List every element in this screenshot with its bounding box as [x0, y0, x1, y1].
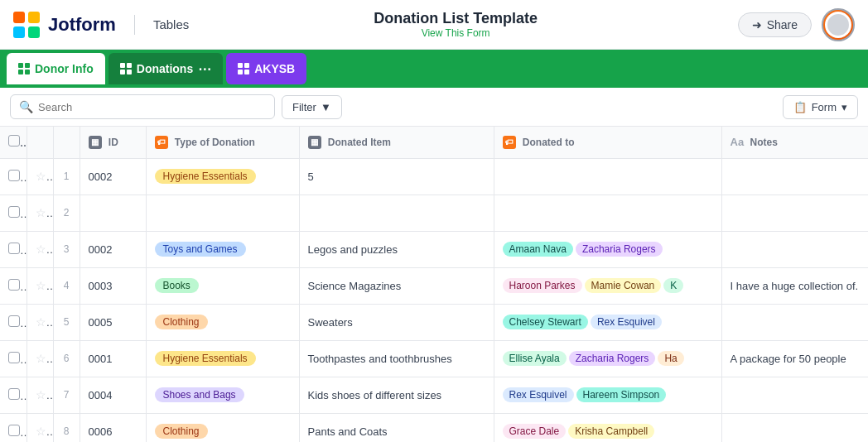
row-checkbox[interactable]: [8, 243, 20, 254]
tab-donations-label: Donations: [137, 62, 193, 75]
row-type: Hygiene Essentials: [146, 158, 299, 195]
toolbar-right: 📋 Form ▾: [783, 95, 858, 119]
toolbar: 🔍 Filter ▼ 📋 Form ▾: [0, 88, 868, 127]
row-id: [80, 195, 146, 231]
person-badge: Haroon Parkes: [503, 278, 582, 293]
row-num: 8: [53, 413, 80, 442]
row-star: ☆: [27, 304, 53, 340]
star-icon[interactable]: ☆: [36, 206, 54, 219]
star-icon[interactable]: ☆: [36, 425, 54, 438]
filter-icon: ▼: [321, 101, 331, 113]
tab-akysb[interactable]: AKYSB: [226, 53, 306, 84]
row-star: ☆: [27, 231, 53, 267]
row-donated: Chelsey StewartRex Esquivel: [494, 304, 721, 340]
row-check: [0, 158, 27, 195]
row-id: 0002: [80, 231, 146, 267]
row-notes: [721, 158, 868, 195]
row-num: 2: [53, 195, 80, 231]
header-checkbox[interactable]: [8, 135, 20, 147]
row-donated: Ellise AyalaZacharia RogersHa: [494, 340, 721, 377]
person-badge: Zacharia Rogers: [576, 242, 663, 257]
row-checkbox[interactable]: [8, 388, 20, 400]
share-label: Share: [767, 18, 798, 31]
table-row: ☆ 5 0005 Clothing Sweaters Chelsey Stewa…: [0, 304, 868, 340]
row-num: 1: [53, 158, 80, 195]
form-chevron-icon: ▾: [841, 101, 847, 113]
row-notes: [721, 413, 868, 442]
col-notes-label: Notes: [750, 137, 777, 148]
type-badge: Shoes and Bags: [155, 387, 244, 402]
row-checkbox[interactable]: [8, 170, 20, 181]
star-icon[interactable]: ☆: [36, 279, 54, 292]
share-button[interactable]: ➜ Share: [738, 12, 812, 37]
row-item: Kids shoes of different sizes: [299, 377, 494, 413]
logo-area: Jotform Tables: [13, 12, 189, 38]
tab-akysb-label: AKYSB: [254, 62, 295, 75]
svg-rect-1: [28, 12, 40, 23]
row-type: [146, 195, 299, 231]
header-center: Donation List Template View This Form: [189, 10, 722, 39]
row-checkbox[interactable]: [8, 206, 20, 218]
star-icon[interactable]: ☆: [36, 388, 54, 401]
search-icon: 🔍: [19, 100, 33, 113]
row-checkbox[interactable]: [8, 425, 20, 436]
row-check: [0, 231, 27, 267]
filter-button[interactable]: Filter ▼: [282, 95, 342, 119]
form-button[interactable]: 📋 Form ▾: [783, 95, 858, 119]
row-notes: [721, 195, 868, 231]
row-check: [0, 304, 27, 340]
avatar[interactable]: [822, 8, 855, 41]
row-id: 0001: [80, 340, 146, 377]
col-header-item: ▦ Donated Item: [299, 127, 494, 158]
col-type-label: Type of Donation: [175, 136, 255, 147]
row-notes: A package for 50 people: [721, 340, 868, 377]
row-notes: [721, 231, 868, 267]
person-badge: Amaan Nava: [503, 242, 573, 257]
row-star: ☆: [27, 195, 53, 231]
tab-donor-info[interactable]: Donor Info: [7, 53, 105, 84]
person-badge: Chelsey Stewart: [503, 315, 588, 329]
row-num: 6: [53, 340, 80, 377]
row-checkbox[interactable]: [8, 279, 20, 291]
type-badge: Hygiene Essentials: [155, 169, 256, 184]
akysb-icon: [238, 63, 249, 74]
person-badge: Ha: [658, 351, 683, 366]
row-donated: Haroon ParkesMamie CowanK: [494, 267, 721, 304]
search-input[interactable]: [38, 101, 266, 113]
star-icon[interactable]: ☆: [36, 243, 54, 256]
row-item: Pants and Coats: [299, 413, 494, 442]
form-icon: 📋: [793, 101, 807, 113]
tab-bar: Donor Info Donations ⋯ AKYSB: [0, 50, 868, 88]
type-badge: Hygiene Essentials: [155, 351, 256, 366]
star-icon[interactable]: ☆: [36, 315, 54, 329]
row-checkbox[interactable]: [8, 315, 20, 327]
col-header-notes: Aa Notes: [721, 127, 868, 158]
table-row: ☆ 3 0002 Toys and Games Legos and puzzle…: [0, 231, 868, 267]
avatar-inner: [825, 12, 851, 38]
item-col-icon: ▦: [308, 136, 321, 149]
col-header-check: [0, 127, 27, 158]
table-row: ☆ 6 0001 Hygiene Essentials Toothpastes …: [0, 340, 868, 377]
row-donated: Rex EsquivelHareem Simpson: [494, 377, 721, 413]
table-wrap: ▦ ID 🏷 Type of Donation ▦ Donated Item 🏷…: [0, 127, 868, 442]
col-header-donated: 🏷 Donated to: [494, 127, 721, 158]
type-col-icon: 🏷: [155, 136, 168, 149]
row-item: 5: [299, 158, 494, 195]
row-notes: [721, 304, 868, 340]
star-icon[interactable]: ☆: [36, 170, 54, 183]
row-id: 0003: [80, 267, 146, 304]
tables-label: Tables: [153, 17, 189, 31]
svg-rect-2: [13, 26, 25, 38]
view-form-link[interactable]: View This Form: [422, 27, 490, 39]
svg-rect-3: [28, 26, 40, 38]
tab-more-icon[interactable]: ⋯: [198, 61, 211, 77]
row-checkbox[interactable]: [8, 352, 20, 363]
filter-label: Filter: [292, 101, 316, 113]
row-item: Science Magazines: [299, 267, 494, 304]
person-badge: Rex Esquivel: [591, 315, 662, 329]
type-badge: Books: [155, 278, 199, 293]
star-icon[interactable]: ☆: [36, 352, 54, 365]
row-item: Legos and puzzles: [299, 231, 494, 267]
donor-info-icon: [18, 63, 30, 74]
tab-donations[interactable]: Donations ⋯: [108, 53, 223, 84]
